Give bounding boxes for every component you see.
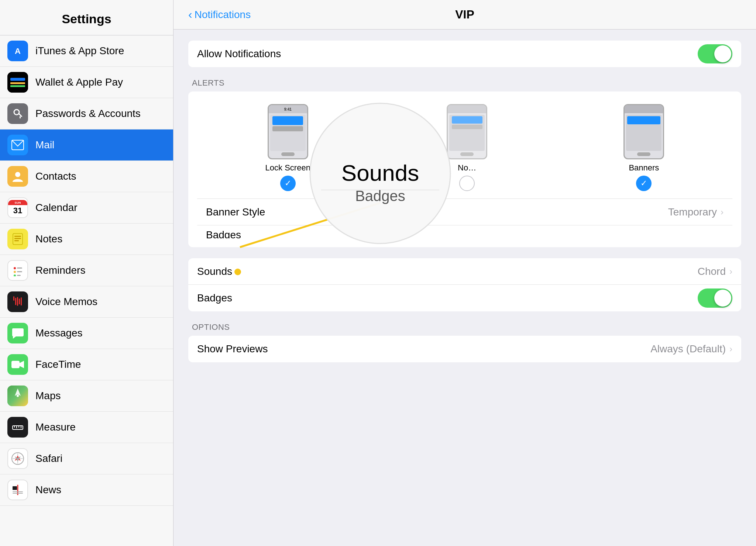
svg-rect-24 [19, 298, 20, 304]
device-time: 9:41 [269, 105, 307, 113]
notifcenter-check[interactable] [459, 176, 475, 191]
svg-rect-26 [11, 361, 20, 368]
alerts-section: 9:41 Lock Screen ✓ [188, 91, 741, 247]
svg-rect-42 [13, 491, 23, 492]
alerts-devices: 9:41 Lock Screen ✓ [197, 100, 732, 198]
sidebar-item-itunes[interactable]: A iTunes & App Store [0, 35, 173, 67]
wallet-label: Wallet & Apple Pay [35, 76, 123, 88]
svg-point-15 [14, 267, 16, 269]
voicememos-label: Voice Memos [35, 296, 97, 308]
badges-row: Badges [188, 285, 741, 311]
notifcenter-label: No… [458, 163, 476, 173]
sidebar-item-safari[interactable]: Safari [0, 443, 173, 474]
measure-label: Measure [35, 421, 76, 433]
lockscreen-label: Lock Screen [265, 163, 310, 173]
toggle-knob [714, 45, 731, 62]
alerts-section-label: ALERTS [188, 78, 741, 88]
svg-rect-3 [10, 78, 25, 81]
safari-label: Safari [35, 453, 62, 464]
banners-label: Banners [629, 163, 659, 173]
sidebar-item-passwords[interactable]: Passwords & Accounts [0, 98, 173, 129]
device-preview-notifcenter [447, 104, 487, 159]
device-option-notifcenter[interactable]: No… [447, 104, 487, 191]
device-home-btn3 [637, 152, 650, 156]
facetime-icon [7, 354, 28, 375]
panels-wrapper: Allow Notifications ALERTS 9:41 [173, 30, 756, 546]
show-previews-label: Show Previews [197, 343, 650, 355]
passwords-label: Passwords & Accounts [35, 108, 141, 120]
reminders-icon [7, 260, 28, 281]
contacts-label: Contacts [35, 170, 76, 182]
svg-rect-22 [15, 298, 16, 305]
main-panel: ‹ Notifications VIP Allow Notifications [173, 0, 756, 546]
banners-check[interactable]: ✓ [636, 176, 652, 191]
device-option-banners[interactable]: Banners ✓ [623, 104, 664, 191]
allow-notifications-label: Allow Notifications [197, 48, 698, 60]
sounds-group: Sounds Chord › Badges [188, 258, 741, 311]
back-chevron-icon: ‹ [188, 8, 192, 21]
svg-rect-14 [14, 240, 19, 241]
sidebar-item-messages[interactable]: Messages [0, 318, 173, 349]
device-home-btn [281, 152, 295, 156]
sidebar-item-wallet[interactable]: Wallet & Apple Pay [0, 67, 173, 98]
sidebar-item-notes[interactable]: Notes [0, 224, 173, 255]
device-home-btn2 [460, 152, 474, 156]
sounds-card: Sounds Chord › Badges [188, 258, 741, 311]
device-preview-banners [623, 104, 664, 159]
sidebar-item-news[interactable]: News [0, 474, 173, 506]
sounds-dot [234, 269, 241, 275]
badges-partial-label: Badges [197, 225, 732, 238]
sidebar-item-reminders[interactable]: Reminders [0, 255, 173, 286]
mail-icon [7, 135, 28, 155]
sidebar-item-measure[interactable]: Measure [0, 412, 173, 443]
svg-point-6 [14, 110, 19, 115]
calendar-icon: SUN 31 [7, 197, 28, 218]
sidebar-item-mail[interactable]: Mail [0, 129, 173, 161]
messages-icon [7, 323, 28, 343]
options-section-label: OPTIONS [188, 322, 741, 332]
svg-point-16 [14, 271, 16, 273]
sidebar-item-facetime[interactable]: FaceTime [0, 349, 173, 380]
sidebar-list: A iTunes & App Store Wallet & Apple Pay [0, 35, 173, 546]
svg-rect-23 [17, 297, 18, 306]
allow-notifications-toggle[interactable] [698, 44, 732, 63]
sidebar-item-contacts[interactable]: Contacts [0, 161, 173, 192]
svg-rect-13 [14, 238, 21, 239]
passwords-icon [7, 103, 28, 124]
wallet-icon [7, 72, 28, 93]
svg-rect-34 [21, 426, 21, 428]
svg-rect-41 [13, 486, 17, 490]
banner-style-value: Temporary [668, 206, 717, 218]
options-card: Show Previews Always (Default) › [188, 336, 741, 362]
sidebar-title: Settings [9, 12, 164, 26]
banner-style-label: Banner Style [206, 206, 668, 218]
sounds-label: Sounds [197, 266, 698, 277]
svg-rect-19 [17, 271, 22, 272]
sidebar-item-voicememos[interactable]: Voice Memos [0, 286, 173, 318]
banner-style-row[interactable]: Banner Style Temporary › [197, 198, 732, 225]
maps-icon [7, 386, 28, 406]
sounds-row[interactable]: Sounds Chord › [188, 258, 741, 285]
svg-text:A: A [15, 46, 21, 56]
svg-rect-31 [14, 426, 15, 428]
allow-notifications-card: Allow Notifications [188, 41, 741, 67]
svg-rect-33 [18, 426, 19, 428]
show-previews-row[interactable]: Show Previews Always (Default) › [188, 336, 741, 362]
sidebar-item-maps[interactable]: Maps [0, 380, 173, 412]
show-previews-chevron: › [729, 344, 732, 354]
main-content: Allow Notifications ALERTS 9:41 [173, 30, 756, 546]
alerts-group: ALERTS 9:41 [188, 78, 741, 247]
badges-toggle[interactable] [698, 288, 732, 308]
svg-point-29 [17, 395, 19, 397]
svg-rect-20 [17, 275, 21, 276]
device-option-lockscreen[interactable]: 9:41 Lock Screen ✓ [265, 104, 310, 191]
allow-notifications-group: Allow Notifications [188, 41, 741, 67]
sidebar: Settings A iTunes & App Store Wallet [0, 0, 173, 546]
sidebar-item-calendar[interactable]: SUN 31 Calendar [0, 192, 173, 224]
lockscreen-check[interactable]: ✓ [280, 176, 296, 191]
options-group: OPTIONS Show Previews Always (Default) › [188, 322, 741, 362]
badges-toggle-knob [714, 290, 731, 307]
calendar-label: Calendar [35, 202, 78, 214]
back-button[interactable]: ‹ Notifications [188, 8, 251, 21]
notes-icon [7, 229, 28, 249]
